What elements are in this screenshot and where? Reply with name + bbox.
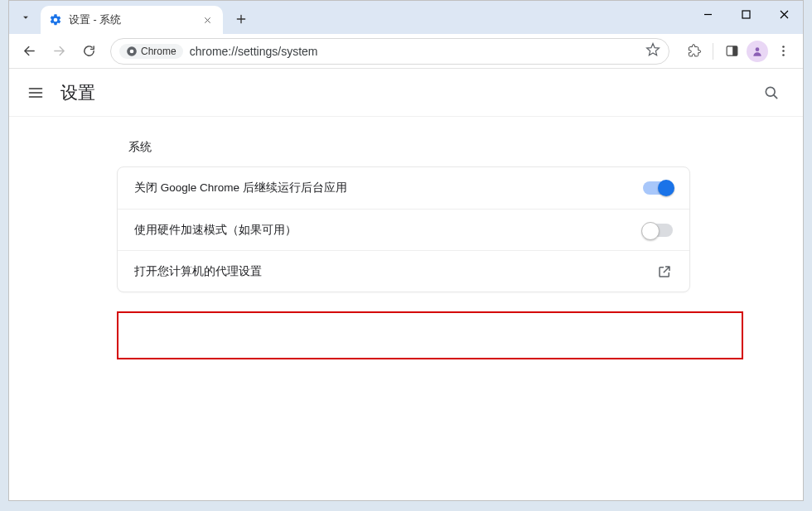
toggle-background-apps[interactable] <box>643 181 673 195</box>
forward-button[interactable] <box>46 38 72 65</box>
row-label: 使用硬件加速模式（如果可用） <box>134 223 643 238</box>
close-window-button[interactable] <box>765 1 803 27</box>
settings-content: 系统 关闭 Google Chrome 后继续运行后台应用 使用硬件加速模式（如… <box>9 117 803 292</box>
row-label: 打开您计算机的代理设置 <box>134 264 656 279</box>
svg-rect-0 <box>742 11 750 18</box>
row-hardware-accel: 使用硬件加速模式（如果可用） <box>118 209 689 250</box>
page-content: 设置 系统 关闭 Google Chrome 后继续运行后台应用 使用硬件加速模… <box>9 69 803 500</box>
svg-point-8 <box>782 54 785 56</box>
profile-avatar[interactable] <box>747 41 768 62</box>
maximize-button[interactable] <box>727 1 765 27</box>
tab-search-dropdown[interactable] <box>14 6 37 29</box>
svg-point-2 <box>130 49 134 53</box>
hamburger-menu-icon[interactable] <box>26 84 46 101</box>
back-button[interactable] <box>16 38 42 65</box>
tab-title: 设置 - 系统 <box>69 13 200 27</box>
settings-header: 设置 <box>9 69 803 117</box>
bookmark-star-icon[interactable] <box>645 42 660 60</box>
reload-button[interactable] <box>75 38 102 65</box>
tab-strip: 设置 - 系统 <box>9 1 803 34</box>
row-label: 关闭 Google Chrome 后继续运行后台应用 <box>134 181 643 195</box>
toolbar-right <box>681 38 796 65</box>
svg-point-7 <box>782 50 785 52</box>
toolbar-divider <box>713 43 713 60</box>
close-tab-icon[interactable] <box>200 12 215 27</box>
window-controls <box>689 1 803 27</box>
svg-point-6 <box>782 46 785 48</box>
toggle-hardware-accel[interactable] <box>643 224 673 237</box>
open-external-icon <box>656 263 673 280</box>
svg-rect-4 <box>732 46 737 55</box>
section-label-system: 系统 <box>128 140 803 155</box>
new-tab-button[interactable] <box>230 7 253 31</box>
row-proxy-settings[interactable]: 打开您计算机的代理设置 <box>118 250 689 292</box>
row-background-apps: 关闭 Google Chrome 后继续运行后台应用 <box>118 167 689 209</box>
chrome-icon <box>126 46 138 57</box>
svg-point-5 <box>756 47 760 51</box>
search-settings-icon[interactable] <box>756 78 786 108</box>
annotation-highlight <box>117 311 743 359</box>
chip-label: Chrome <box>141 46 176 57</box>
active-tab[interactable]: 设置 - 系统 <box>41 6 223 34</box>
toolbar: Chrome chrome://settings/system <box>9 34 803 69</box>
browser-window: 设置 - 系统 <box>8 0 804 501</box>
kebab-menu-icon[interactable] <box>770 38 796 65</box>
url-text: chrome://settings/system <box>190 45 318 58</box>
page-title: 设置 <box>60 81 95 104</box>
side-panel-icon[interactable] <box>718 38 745 65</box>
minimize-button[interactable] <box>689 1 727 27</box>
gear-icon <box>49 13 62 27</box>
extensions-icon[interactable] <box>681 38 708 65</box>
system-settings-card: 关闭 Google Chrome 后继续运行后台应用 使用硬件加速模式（如果可用… <box>117 166 690 292</box>
chrome-origin-chip: Chrome <box>119 44 183 59</box>
address-bar[interactable]: Chrome chrome://settings/system <box>110 38 669 65</box>
